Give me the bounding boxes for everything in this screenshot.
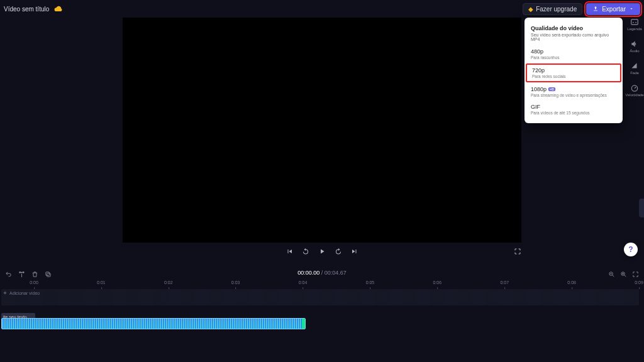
captions-label: Legenda xyxy=(627,27,641,31)
timecode: 00:00.00 / 00:04.67 xyxy=(297,270,347,278)
export-option-title: 480p xyxy=(531,48,616,55)
zoom-in-icon[interactable] xyxy=(620,271,627,278)
zoom-out-icon[interactable] xyxy=(608,271,615,278)
project-title[interactable]: Vídeo sem título xyxy=(4,6,49,13)
export-quality-dropdown: Qualidade do vídeo Seu vídeo será export… xyxy=(525,18,623,123)
ruler-tick: 0:09 xyxy=(635,280,643,285)
svg-rect-3 xyxy=(46,272,50,275)
ruler-tick: 0:04 xyxy=(299,280,308,285)
export-option-sub: Para streaming de vídeo e apresentações xyxy=(531,93,616,97)
audio-track[interactable] xyxy=(1,318,639,329)
ruler-tick: 0:06 xyxy=(433,280,442,285)
upgrade-label: Fazer upgrade xyxy=(536,6,577,13)
svg-rect-0 xyxy=(631,19,638,25)
fade-label: Fade xyxy=(630,71,639,75)
export-heading: Qualidade do vídeo xyxy=(525,23,623,33)
video-preview[interactable] xyxy=(123,18,521,243)
trash-icon[interactable] xyxy=(31,271,38,278)
video-track[interactable]: Adicionar vídeo xyxy=(1,289,639,305)
rewind-icon[interactable] xyxy=(302,248,309,255)
audio-clip[interactable] xyxy=(1,318,306,329)
audio-panel-button[interactable]: Áudio xyxy=(630,40,639,53)
add-video-label[interactable]: Adicionar vídeo xyxy=(3,290,40,295)
help-button[interactable]: ? xyxy=(624,243,638,256)
right-side-strip: Legenda Áudio Fade Velocidade xyxy=(625,0,644,264)
speed-panel-button[interactable]: Velocidade xyxy=(625,84,643,97)
export-option-sub: Para vídeos de até 15 segundos xyxy=(531,111,616,115)
export-subheading: Seu vídeo será exportado como arquivo MP… xyxy=(525,33,623,45)
audio-label: Áudio xyxy=(630,49,639,53)
play-icon[interactable] xyxy=(318,248,326,255)
export-option-480p[interactable]: 480pPara rascunhos xyxy=(525,45,623,63)
collapse-right-panel[interactable] xyxy=(639,199,644,217)
fullscreen-icon[interactable] xyxy=(514,248,521,255)
export-option-title: 1080pHD xyxy=(531,86,616,92)
upload-icon xyxy=(592,6,599,12)
skip-start-icon[interactable] xyxy=(286,248,293,255)
cloud-sync-icon xyxy=(54,4,63,13)
skip-end-icon[interactable] xyxy=(351,248,358,255)
text-track[interactable]: ite seu texto p... xyxy=(1,307,639,316)
svg-rect-2 xyxy=(47,273,51,277)
speed-label: Velocidade xyxy=(625,93,643,97)
ruler-tick: 0:05 xyxy=(366,280,375,285)
export-option-sub: Para rascunhos xyxy=(531,55,616,60)
export-option-1080p[interactable]: 1080pHDPara streaming de vídeo e apresen… xyxy=(525,83,623,101)
duplicate-icon[interactable] xyxy=(45,271,52,278)
export-option-gif[interactable]: GIFPara vídeos de até 15 segundos xyxy=(525,101,623,118)
hd-badge: HD xyxy=(548,87,555,91)
timeline-tools-left xyxy=(5,271,52,278)
timeline-ruler[interactable]: 0:000:010:020:030:040:050:060:070:080:09 xyxy=(34,280,639,289)
help-label: ? xyxy=(628,245,633,254)
ruler-tick: 0:08 xyxy=(567,280,576,285)
upgrade-button[interactable]: ◆ Fazer upgrade xyxy=(523,3,582,15)
timeline-toolbar: 00:00.00 / 00:04.67 xyxy=(0,268,644,280)
export-option-720p[interactable]: 720pPara redes sociais xyxy=(526,63,621,82)
ruler-tick: 0:03 xyxy=(231,280,240,285)
split-icon[interactable] xyxy=(18,271,25,278)
ruler-tick: 0:02 xyxy=(164,280,173,285)
fit-icon[interactable] xyxy=(632,271,639,278)
clip-end-handle[interactable] xyxy=(302,319,305,329)
ruler-tick: 0:01 xyxy=(97,280,106,285)
total-time: 00:04.67 xyxy=(325,270,347,276)
fade-panel-button[interactable]: Fade xyxy=(630,62,639,75)
waveform xyxy=(2,319,305,329)
top-bar-right: ◆ Fazer upgrade Exportar xyxy=(523,3,640,15)
player-controls xyxy=(123,243,521,256)
timeline-tools-right xyxy=(608,271,639,278)
svg-point-1 xyxy=(631,85,637,91)
top-bar-left: Vídeo sem título xyxy=(4,4,63,13)
current-time: 00:00.00 xyxy=(297,270,319,276)
forward-icon[interactable] xyxy=(335,248,342,255)
slash: / xyxy=(319,270,325,276)
timeline-area: 00:00.00 / 00:04.67 0:000:010:020:030:04… xyxy=(0,268,644,362)
export-label: Exportar xyxy=(602,6,626,13)
captions-panel-button[interactable]: Legenda xyxy=(627,18,641,31)
undo-icon[interactable] xyxy=(5,271,12,278)
ruler-tick: 0:07 xyxy=(500,280,509,285)
diamond-icon: ◆ xyxy=(528,6,533,13)
export-option-title: 720p xyxy=(532,67,615,74)
ruler-tick: 0:00 xyxy=(30,280,38,285)
top-bar: Vídeo sem título ◆ Fazer upgrade Exporta… xyxy=(0,0,644,18)
export-option-sub: Para redes sociais xyxy=(532,74,615,79)
export-option-title: GIF xyxy=(531,104,616,110)
tracks-container: Adicionar vídeo ite seu texto p... xyxy=(1,289,639,329)
